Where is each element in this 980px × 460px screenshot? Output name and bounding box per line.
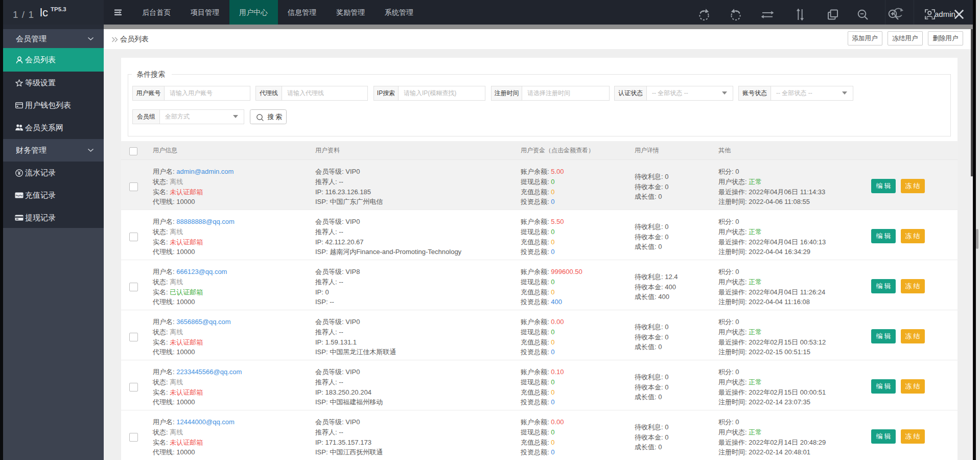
svg-text:PayPal: PayPal	[16, 194, 24, 197]
